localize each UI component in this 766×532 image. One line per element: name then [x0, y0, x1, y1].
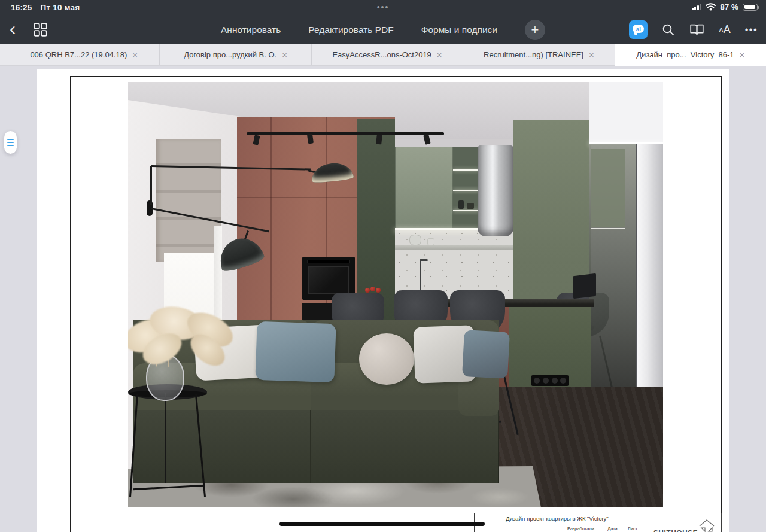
faucet-spout: [420, 259, 428, 261]
sofa-base: [133, 410, 499, 483]
side-table-leg: [165, 393, 166, 483]
close-icon[interactable]: ×: [132, 50, 138, 59]
book-icon: [689, 23, 704, 36]
more-button[interactable]: •••: [745, 25, 758, 35]
close-icon[interactable]: ×: [282, 50, 287, 59]
shelf-item: [467, 203, 474, 209]
pillow-blue-2: [462, 330, 510, 379]
title-block-row: Разработали: Дата Лист: [475, 524, 640, 532]
tab-label: Договір про...рудкий В. О.: [184, 50, 276, 59]
tab-label: Recruitment...ng) [TRAINEE]: [484, 50, 583, 59]
title-block-empty-cell: [475, 524, 563, 532]
tab-label: EasyAccessR...ons-Oct2019: [332, 50, 431, 59]
tab-006-qrh[interactable]: 006 QRH B7...22 (19.04.18) ×: [8, 44, 160, 65]
header: 16:25Пт 10 мая ••• 87 % ‹: [0, 0, 766, 44]
tab-sliver: [4, 44, 8, 65]
wall-lamp-arm-vertical: [150, 166, 152, 205]
close-icon[interactable]: ×: [740, 50, 745, 59]
more-icon: •••: [745, 25, 758, 35]
forms-signatures-button[interactable]: Формы и подписи: [421, 25, 497, 35]
status-right: 87 %: [692, 2, 758, 11]
shelf-item: [458, 200, 464, 209]
tab-recruitment[interactable]: Recruitment...ng) [TRAINEE] ×: [463, 44, 615, 65]
grid-icon: [34, 23, 47, 37]
search-icon: [662, 23, 675, 37]
battery-percent: 87 %: [720, 2, 738, 11]
tab-label: Дизайн_про..._Victory_86-1: [636, 50, 734, 59]
toolbar: ‹ Аннотировать Редактировать PDF Формы и…: [0, 16, 766, 44]
shelf-led-line: [453, 169, 479, 171]
tab-label: 006 QRH B7...22 (19.04.18): [30, 50, 127, 59]
battery-icon: [743, 4, 758, 11]
search-button[interactable]: [662, 23, 675, 37]
apples: [365, 287, 381, 293]
pillow-blue: [255, 321, 336, 383]
pillow-round: [359, 333, 414, 385]
hamburger-icon: [7, 139, 14, 141]
laptop: [573, 273, 596, 299]
sidebar-toggle-button[interactable]: [4, 131, 17, 154]
tab-dogovir[interactable]: Договір про...рудкий В. О. ×: [160, 44, 311, 65]
content-area: Дизайн-проект квартиры в ЖК "Victory" Ра…: [0, 66, 766, 532]
glassware: [427, 238, 434, 245]
tab-bar: 006 QRH B7...22 (19.04.18) × Договір про…: [0, 44, 766, 66]
tab-sliver: [0, 44, 4, 65]
power-sockets: [531, 375, 569, 386]
project-title: Дизайн-проект квартиры в ЖК "Victory": [475, 513, 640, 524]
add-tab-button[interactable]: +: [525, 20, 545, 40]
shelf-led-line: [453, 190, 479, 191]
oven-window: [308, 266, 349, 294]
shelf-led-line: [453, 210, 479, 211]
status-left: 16:25Пт 10 мая: [11, 3, 80, 12]
sheet-label: Лист: [625, 524, 640, 532]
reader-view-button[interactable]: [689, 23, 704, 36]
house-logo-icon: [697, 518, 716, 532]
title-block-table: Дизайн-проект квартиры в ЖК "Victory" Ра…: [474, 513, 640, 532]
forms-label: Формы и подписи: [421, 25, 497, 35]
ai-assistant-icon: ai: [629, 20, 648, 39]
mirror-reflection-sage: [591, 149, 625, 227]
ai-assistant-button[interactable]: ai: [629, 20, 648, 39]
pdf-page-canvas[interactable]: Дизайн-проект квартиры в ЖК "Victory" Ра…: [37, 69, 729, 532]
lit-shelf-niche: [453, 147, 479, 228]
tab-design-project-active[interactable]: Дизайн_про..._Victory_86-1 ×: [615, 44, 766, 66]
annotate-label: Аннотировать: [221, 25, 281, 35]
mirror-reflection-led: [591, 228, 625, 229]
back-button[interactable]: ‹: [10, 24, 16, 36]
close-icon[interactable]: ×: [589, 50, 594, 59]
edit-pdf-label: Редактировать PDF: [308, 25, 393, 35]
clock: 16:25: [11, 3, 32, 12]
sofa-base-seam: [310, 410, 311, 483]
under-cabinet-led: [395, 228, 479, 230]
track-spot: [376, 135, 382, 145]
sage-upper-cabinets: [395, 147, 453, 228]
interior-render: [128, 82, 663, 507]
cellular-icon: [692, 4, 702, 10]
company-name: SUITHOUSE: [653, 529, 698, 532]
date-label: Дата: [600, 524, 625, 532]
tab-easyaccess[interactable]: EasyAccessR...ons-Oct2019 ×: [312, 44, 463, 65]
text-size-icon-large: A: [724, 23, 731, 36]
edit-pdf-button[interactable]: Редактировать PDF: [308, 25, 393, 35]
status-bar: 16:25Пт 10 мая ••• 87 %: [0, 0, 766, 16]
oven-display: [307, 260, 350, 263]
screen: 16:25Пт 10 мая ••• 87 % ‹: [0, 0, 766, 532]
cylindrical-hood: [478, 145, 513, 236]
annotate-button[interactable]: Аннотировать: [221, 25, 281, 35]
multitask-indicator-icon: •••: [377, 2, 390, 12]
ai-bubble-icon: ai: [633, 25, 644, 33]
wifi-icon: [706, 3, 716, 11]
kettle: [409, 235, 421, 245]
text-size-icon: A: [719, 26, 723, 34]
company-stamp: SUITHOUSE: [640, 513, 722, 532]
terracotta-seam: [270, 117, 272, 344]
date: Пт 10 мая: [41, 3, 80, 12]
roman-shade: [156, 139, 221, 262]
soffit-ceiling-panel: [589, 82, 663, 144]
back-chevron-icon: ‹: [10, 23, 16, 35]
text-settings-button[interactable]: AA: [719, 23, 730, 36]
developers-label: Разработали:: [563, 524, 600, 532]
track-light: [247, 132, 444, 135]
thumbnails-button[interactable]: [34, 23, 47, 37]
close-icon[interactable]: ×: [437, 50, 442, 59]
